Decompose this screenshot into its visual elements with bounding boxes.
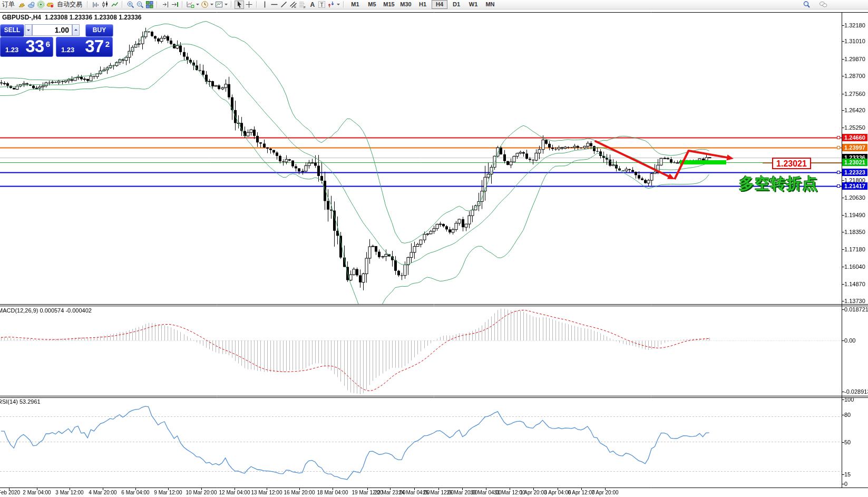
volume-decrease-button[interactable] <box>25 24 32 36</box>
volume-increase-button[interactable] <box>72 24 80 36</box>
tile-windows-icon[interactable] <box>144 1 154 9</box>
one-click-trading-widget: SELL BUY 1.23 33 6 1.23 37 2 <box>0 22 113 57</box>
toolbar: 订单自动交易EFATM1M5M15M30H1H4D1W1MN <box>0 0 868 9</box>
buy-price-panel[interactable]: 1.23 37 2 <box>56 37 113 57</box>
price-axis-label: 1.20630 <box>844 194 867 201</box>
price-axis-label: 1.18350 <box>844 229 867 235</box>
chart-canvas[interactable] <box>0 0 868 497</box>
arrow-tools-dropdown-caret[interactable] <box>336 1 340 9</box>
toolbar-separator <box>182 1 183 8</box>
trendline-icon[interactable] <box>279 1 288 9</box>
mt4-window: 订单自动交易EFATM1M5M15M30H1H4D1W1MN GBPUSD-,H… <box>0 0 868 497</box>
buy-button[interactable]: BUY <box>85 24 113 37</box>
toolbar-separator <box>157 1 158 8</box>
price-axis-badge: 1.21417 <box>842 182 867 190</box>
svg-text:E: E <box>294 5 296 8</box>
timeframe-m15-button[interactable]: M15 <box>381 0 397 9</box>
chart-shift-icon[interactable] <box>160 1 170 9</box>
buy-price-big: 37 <box>85 36 103 56</box>
sell-price-big: 33 <box>25 36 44 56</box>
cursor-icon[interactable] <box>235 1 244 9</box>
indicator-axis-label: 50 <box>844 439 851 445</box>
gold-icon[interactable] <box>17 1 26 9</box>
indicator-axis-label: 15 <box>844 471 851 477</box>
autotrading-button[interactable]: 自动交易 <box>55 0 84 9</box>
sell-price-small: 1.23 <box>5 46 18 54</box>
search-icon[interactable] <box>802 1 811 9</box>
time-axis-label: 4 Mar 20:00 <box>89 490 116 495</box>
timeframe-h1-button[interactable]: H1 <box>415 0 431 9</box>
template-icon[interactable] <box>214 1 223 9</box>
toolbar-separator <box>256 1 257 8</box>
zoom-in-icon[interactable] <box>125 1 135 9</box>
auto-scroll-icon[interactable] <box>170 1 179 9</box>
price-axis-label: 1.26420 <box>844 107 867 113</box>
price-axis-label: 1.14870 <box>844 281 867 287</box>
svg-text:F: F <box>304 6 306 8</box>
timeframe-h4-button[interactable]: H4 <box>432 0 447 9</box>
timeframe-m5-button[interactable]: M5 <box>364 0 380 9</box>
sell-price-sup: 6 <box>46 40 50 48</box>
price-axis-label: 1.25250 <box>844 124 867 131</box>
timeframe-mn-button[interactable]: MN <box>482 0 498 9</box>
time-axis-label: 13 Mar 12:00 <box>251 490 282 495</box>
volume-input[interactable] <box>32 24 72 36</box>
add-indicator-icon[interactable] <box>186 1 195 9</box>
chat-icon[interactable] <box>818 1 828 9</box>
bar-chart-icon[interactable] <box>91 1 100 9</box>
new-order-button[interactable]: 订单 <box>0 0 17 9</box>
rsi-indicator-label: RSI(14) 53.2961 <box>0 398 41 405</box>
signal-icon[interactable] <box>36 1 45 9</box>
price-axis-label: 1.27560 <box>844 91 867 97</box>
toolbar-separator <box>122 1 123 8</box>
line-chart-icon[interactable] <box>110 1 119 9</box>
period-selector-dropdown-caret[interactable] <box>209 1 214 9</box>
toolbar-separator <box>231 1 232 8</box>
quote-symbol: GBPUSD-,H4 <box>2 14 41 21</box>
indicator-axis-label: -0.028913 <box>844 388 868 395</box>
text-icon[interactable]: A <box>307 1 317 9</box>
community-icon[interactable] <box>26 1 36 9</box>
timeframe-m30-button[interactable]: M30 <box>398 0 414 9</box>
indicator-axis-label: 100 <box>844 396 854 403</box>
fibonacci-icon[interactable]: F <box>298 1 307 9</box>
time-axis-label: 16 Mar 20:00 <box>284 490 315 495</box>
time-axis-label: 18 Mar 04:00 <box>317 490 348 495</box>
period-selector-icon[interactable] <box>200 1 209 9</box>
time-axis-label: 6 Apr 12:00 <box>568 490 594 495</box>
equidistant-channel-icon[interactable]: E <box>288 1 298 9</box>
add-indicator-dropdown-caret[interactable] <box>195 1 200 9</box>
timeframe-d1-button[interactable]: D1 <box>448 0 464 9</box>
sell-price-panel[interactable]: 1.23 33 6 <box>0 37 53 57</box>
quote-ohlc: 1.23308 1.23336 1.23308 1.23336 <box>45 14 142 21</box>
price-axis-badge: 1.24660 <box>842 134 867 141</box>
price-axis-badge: 1.23997 <box>842 144 867 151</box>
time-axis-label: Feb 2020 <box>0 490 20 495</box>
price-axis-label: 1.19490 <box>844 212 867 218</box>
time-axis-label: 2 Mar 04:00 <box>23 490 51 495</box>
arrow-tools-icon[interactable] <box>326 1 336 9</box>
price-axis-label: 1.31010 <box>844 38 867 44</box>
candlestick-chart-icon[interactable] <box>100 1 110 9</box>
price-axis-badge: 1.22323 <box>842 169 867 176</box>
sell-button[interactable]: SELL <box>0 24 24 37</box>
template-dropdown-caret[interactable] <box>223 1 228 9</box>
price-axis-label: 1.29870 <box>844 56 867 62</box>
price-annotation-box: 1.23021 <box>772 158 811 169</box>
autotrading-icon[interactable] <box>45 1 55 9</box>
text-label-icon[interactable]: T <box>317 1 326 9</box>
zoom-out-icon[interactable] <box>135 1 144 9</box>
svg-text:A: A <box>310 1 315 8</box>
crosshair-icon[interactable] <box>244 1 253 9</box>
timeframe-m1-button[interactable]: M1 <box>347 0 363 9</box>
horizontal-line-icon[interactable] <box>269 1 279 9</box>
toolbar-separator <box>343 1 344 8</box>
buy-price-small: 1.23 <box>61 46 74 54</box>
time-axis-label: 3 Apr 04:00 <box>544 490 571 495</box>
time-axis-label: 12 Mar 04:00 <box>219 490 250 495</box>
indicator-axis-label: 0 <box>844 481 847 487</box>
timeframe-w1-button[interactable]: W1 <box>465 0 481 9</box>
vertical-line-icon[interactable] <box>260 1 269 9</box>
svg-text:T: T <box>320 2 323 8</box>
time-axis-label: 1 Apr 20:00 <box>520 490 547 495</box>
